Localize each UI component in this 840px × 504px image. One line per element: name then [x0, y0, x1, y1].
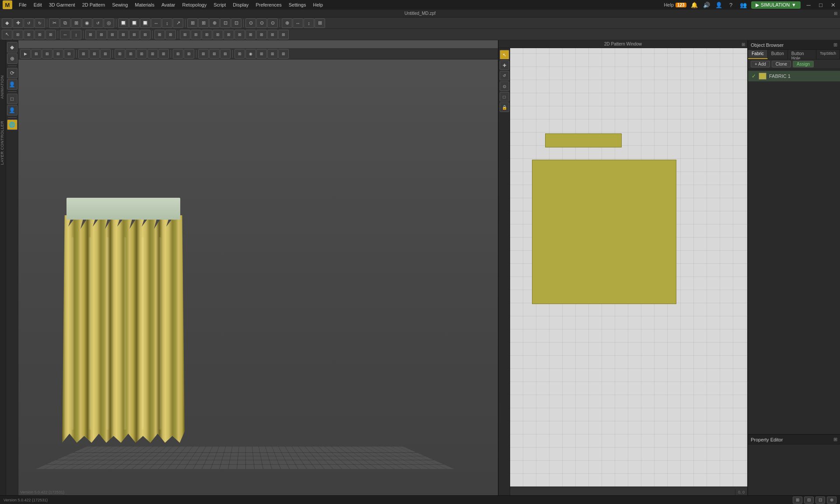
add-fabric-button[interactable]: + Add: [751, 61, 770, 67]
t2-arrow-v[interactable]: ↕: [71, 30, 81, 39]
vp3d-btn14[interactable]: ⊞: [173, 49, 183, 59]
resize-h-btn[interactable]: ↔: [293, 18, 303, 28]
add-btn[interactable]: ✚: [13, 18, 23, 28]
t2-btn4[interactable]: ⊞: [46, 30, 56, 39]
vp3d-btn7[interactable]: ⊞: [89, 49, 100, 59]
t2-btn2[interactable]: ⊞: [24, 30, 34, 39]
measure-btn[interactable]: ↺: [93, 18, 103, 28]
tab-fabric[interactable]: Fabric: [748, 50, 768, 59]
close-icon[interactable]: ✕: [829, 0, 837, 9]
vp3d-btn21[interactable]: ⊞: [256, 49, 267, 59]
vp3d-btn6[interactable]: ⊞: [78, 49, 89, 59]
vp3d-btn10[interactable]: ⊞: [126, 49, 136, 59]
vp3d-btn18[interactable]: ⊞: [220, 49, 231, 59]
menu-retopology[interactable]: Retopology: [179, 1, 210, 8]
vp3d-btn22[interactable]: ⊞: [267, 49, 278, 59]
t2-btn17[interactable]: ⊞: [224, 30, 234, 39]
circle-btn[interactable]: ◎: [104, 18, 114, 28]
target2-btn[interactable]: ⊙: [256, 18, 267, 28]
menu-display[interactable]: Display: [230, 1, 252, 8]
menu-materials[interactable]: Materials: [132, 1, 158, 8]
expand1-btn[interactable]: ⊕: [282, 18, 292, 28]
vp3d-btn15[interactable]: ⊞: [184, 49, 194, 59]
vp3d-btn9[interactable]: ⊞: [115, 49, 125, 59]
grid1-btn[interactable]: ⊞: [187, 18, 198, 28]
t2-btn3[interactable]: ⊞: [35, 30, 45, 39]
t2d-arrow-btn[interactable]: ↖: [500, 50, 509, 60]
maximize-icon[interactable]: □: [816, 0, 825, 9]
menu-file[interactable]: File: [16, 1, 30, 8]
shape3-btn[interactable]: 🔲: [140, 18, 150, 28]
rotate-btn[interactable]: ◉: [82, 18, 92, 28]
shape2-btn[interactable]: 🔲: [129, 18, 140, 28]
t2d-add-btn[interactable]: ✚: [500, 60, 509, 70]
t2-btn6[interactable]: ⊞: [96, 30, 107, 39]
t2-btn9[interactable]: ⊞: [129, 30, 140, 39]
vp3d-btn4[interactable]: ⊞: [53, 49, 63, 59]
vp3d-btn11[interactable]: ⊞: [136, 49, 147, 59]
canvas-2d[interactable]: [510, 48, 747, 486]
scroll-2d[interactable]: 0, 0: [510, 486, 747, 495]
arrow-select-btn[interactable]: ↖: [2, 30, 12, 39]
t2d-target-btn[interactable]: ⊙: [500, 81, 509, 91]
t2-btn1[interactable]: ⊞: [13, 30, 23, 39]
lt-avatar-btn[interactable]: 👤: [7, 79, 18, 90]
lt-person-btn[interactable]: 👤: [7, 105, 18, 116]
simulation-button[interactable]: ▶ SIMULATION ▼: [751, 1, 801, 9]
vp3d-btn12[interactable]: ⊞: [147, 49, 158, 59]
cut-btn[interactable]: ✂: [49, 18, 60, 28]
undo-btn[interactable]: ↺: [24, 18, 34, 28]
notification-icon[interactable]: 🔔: [690, 0, 699, 9]
grid2-btn[interactable]: ⊞: [198, 18, 209, 28]
menu-avatar[interactable]: Avatar: [158, 1, 178, 8]
lt-select-btn[interactable]: ◆: [7, 42, 18, 52]
vp3d-btn8[interactable]: ⊞: [100, 49, 111, 59]
t2-btn11[interactable]: ⊞: [154, 30, 165, 39]
vp3d-btn23[interactable]: ⊞: [278, 49, 289, 59]
fabric-item-1[interactable]: ✓ FABRIC 1: [748, 71, 840, 81]
t2-btn12[interactable]: ⊞: [165, 30, 176, 39]
t2-arrow-h[interactable]: ↔: [60, 30, 70, 39]
copy-btn[interactable]: ⧉: [60, 18, 70, 28]
menu-preferences[interactable]: Preferences: [252, 1, 284, 8]
lt-globe-btn[interactable]: 🌐: [7, 119, 18, 130]
t2-btn16[interactable]: ⊞: [213, 30, 223, 39]
resize-v-btn[interactable]: ↕: [304, 18, 314, 28]
pattern-piece-large[interactable]: [532, 160, 676, 304]
menu-3d-garment[interactable]: 3D Garment: [46, 1, 78, 8]
select-tool-btn[interactable]: ◆: [2, 18, 12, 28]
tab-button[interactable]: Button: [768, 50, 788, 59]
t2-btn18[interactable]: ⊞: [234, 30, 245, 39]
tab-button-hole[interactable]: Button Hole: [788, 50, 816, 59]
vp3d-btn20[interactable]: ◉: [245, 49, 256, 59]
plus-circle-btn[interactable]: ⊕: [209, 18, 220, 28]
t2-btn14[interactable]: ⊞: [191, 30, 201, 39]
t2d-lock-btn[interactable]: 🔒: [500, 102, 509, 112]
arrow-v-btn[interactable]: ↕: [162, 18, 172, 28]
arrow-h-btn[interactable]: ↔: [151, 18, 161, 28]
menu-sewing[interactable]: Sewing: [109, 1, 131, 8]
community-icon[interactable]: 👥: [739, 0, 748, 9]
vp3d-btn1[interactable]: ▶: [20, 49, 31, 59]
t2d-rect-btn[interactable]: □: [500, 92, 509, 102]
minimize-icon[interactable]: ─: [804, 0, 813, 9]
menu-settings[interactable]: Settings: [286, 1, 309, 8]
t2-btn22[interactable]: ⊞: [278, 30, 289, 39]
viewport-2d-expand-icon[interactable]: ⊞: [739, 40, 747, 48]
vp3d-btn13[interactable]: ⊞: [158, 49, 169, 59]
vp3d-btn16[interactable]: ⊞: [198, 49, 209, 59]
menu-script[interactable]: Script: [210, 1, 229, 8]
user-icon[interactable]: 👤: [714, 0, 723, 9]
file-expand-icon[interactable]: ⊞: [834, 11, 837, 16]
t2-btn10[interactable]: ⊞: [140, 30, 150, 39]
audio-icon[interactable]: 🔊: [702, 0, 711, 9]
t2-btn8[interactable]: ⊞: [118, 30, 129, 39]
t2-btn19[interactable]: ⊞: [245, 30, 256, 39]
t2-btn15[interactable]: ⊞: [202, 30, 212, 39]
layer1-btn[interactable]: ⊡: [220, 18, 231, 28]
menu-edit[interactable]: Edit: [31, 1, 45, 8]
clone-fabric-button[interactable]: Clone: [772, 61, 791, 67]
arrow-d-btn[interactable]: ↗: [173, 18, 183, 28]
lt-add-btn[interactable]: ⊕: [7, 53, 18, 64]
t2-btn20[interactable]: ⊞: [256, 30, 267, 39]
